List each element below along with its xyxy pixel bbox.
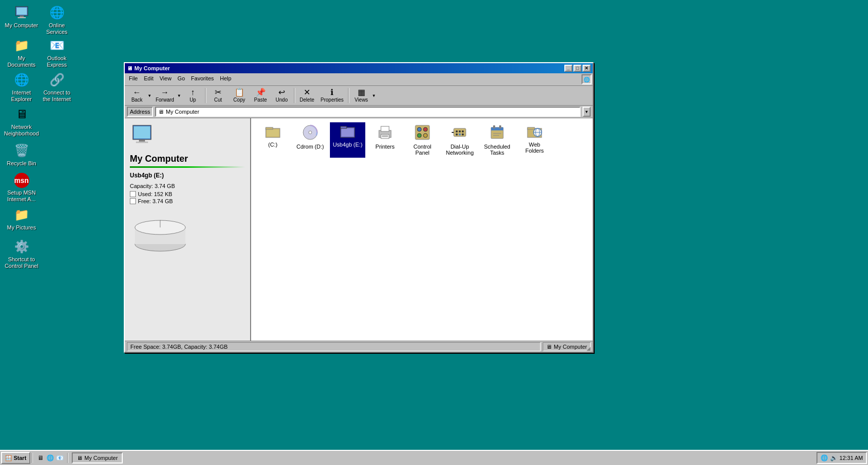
close-button[interactable]: ✕ [583, 65, 591, 72]
desktop-icon-recycle[interactable]: 🗑️ Recycle Bin [3, 141, 40, 169]
forward-icon: → [161, 88, 169, 97]
drive-cdrom[interactable]: Cdrom (D:) [293, 122, 328, 158]
desktop-icon-connect[interactable]: 🔗 Connect to the Internet [38, 70, 76, 105]
start-icon: 🪟 [5, 455, 12, 461]
back-label: Back [131, 97, 142, 103]
views-icon: ▦ [358, 88, 365, 97]
panel-divider [130, 166, 245, 168]
forward-arrow[interactable]: ▼ [177, 92, 182, 99]
address-input[interactable]: 🖥 My Computer [155, 107, 581, 117]
desktop-icon-msn[interactable]: msn Setup MSN Internet A... [3, 171, 40, 205]
drive-web-folders[interactable]: Web Folders [517, 122, 552, 158]
menu-help[interactable]: Help [217, 74, 234, 84]
panel-title: My Computer [130, 154, 245, 164]
svg-rect-14 [267, 129, 279, 136]
ie-logo-button[interactable]: 🌐 [582, 74, 592, 84]
drive-printers[interactable]: Printers [367, 122, 403, 158]
taskbar-my-computer-btn[interactable]: 🖥 My Computer [72, 452, 123, 463]
svg-rect-24 [382, 135, 388, 136]
menu-go[interactable]: Go [174, 74, 188, 84]
tray-volume-icon: 🔊 [830, 454, 838, 461]
menu-file[interactable]: File [126, 74, 141, 84]
drive-usb[interactable]: Usb4gb (E:) [330, 122, 365, 158]
recycle-label: Recycle Bin [7, 160, 36, 167]
panel-free: Free: 3.74 GB [138, 198, 173, 204]
maximize-button[interactable]: □ [573, 65, 582, 72]
tray-time: 12:31 AM [840, 455, 863, 461]
back-icon: ← [133, 88, 141, 97]
panel-free-row: Free: 3.74 GB [130, 198, 245, 204]
used-checkbox[interactable] [130, 191, 136, 197]
window-content: My Computer Usb4gb (E:) Capacity: 3.74 G… [125, 118, 593, 341]
desktop-icon-ie[interactable]: 🌐 Internet Explorer [3, 70, 40, 105]
svg-point-37 [462, 133, 464, 135]
delete-icon: ✕ [304, 88, 310, 97]
network-label: Network Neighborhood [4, 124, 39, 137]
delete-button[interactable]: ✕ Delete [297, 87, 317, 104]
views-arrow[interactable]: ▼ [371, 92, 376, 99]
views-button[interactable]: ▦ Views [351, 87, 371, 104]
desktop-icon-my-documents[interactable]: 📁 My Documents [3, 35, 40, 70]
left-panel: My Computer Usb4gb (E:) Capacity: 3.74 G… [125, 118, 251, 341]
svg-point-32 [456, 130, 458, 132]
svg-rect-5 [134, 126, 150, 138]
forward-button[interactable]: → Forward [153, 87, 177, 104]
svg-point-30 [423, 133, 427, 137]
up-icon: ↑ [191, 88, 195, 97]
free-checkbox[interactable] [130, 198, 136, 204]
desktop-icon-online-services[interactable]: 🌐 Online Services [38, 3, 76, 37]
address-dropdown-button[interactable]: ▼ [583, 107, 591, 117]
svg-point-34 [462, 130, 464, 132]
back-arrow[interactable]: ▼ [147, 92, 152, 99]
desktop-icon-my-computer[interactable]: My Computer [3, 3, 40, 31]
web-folders-icon [526, 124, 543, 141]
toolbar-separator-3 [348, 88, 349, 103]
back-button[interactable]: ← Back [127, 87, 147, 104]
menu-edit[interactable]: Edit [141, 74, 157, 84]
up-button[interactable]: ↑ Up [183, 87, 203, 104]
recycle-icon: 🗑️ [14, 143, 30, 159]
my-documents-label: My Documents [5, 55, 38, 68]
taskbar-ie-icon[interactable]: 🌐 [46, 454, 54, 462]
svg-rect-26 [415, 125, 429, 140]
drive-c-icon [265, 124, 281, 141]
properties-button[interactable]: ℹ Properties [318, 87, 347, 104]
msn-label: Setup MSN Internet A... [5, 190, 38, 203]
properties-label: Properties [321, 97, 344, 103]
start-button[interactable]: 🪟 Start [1, 452, 30, 464]
window-titlebar[interactable]: 🖥 My Computer _ □ ✕ [125, 63, 593, 73]
status-left: Free Space: 3.74GB, Capacity: 3.74GB [127, 342, 541, 351]
drive-c[interactable]: (C:) [255, 122, 291, 158]
menu-favorites[interactable]: Favorites [188, 74, 217, 84]
window-title-text: My Computer [134, 65, 170, 71]
minimize-button[interactable]: _ [564, 65, 572, 72]
taskbar-outlook-icon[interactable]: 📧 [56, 454, 64, 462]
desktop-icon-outlook[interactable]: 📧 Outlook Express [38, 35, 76, 70]
paste-icon: 📌 [256, 88, 266, 97]
menu-view[interactable]: View [157, 74, 175, 84]
drive-scheduled[interactable]: Scheduled Tasks [479, 122, 515, 158]
panel-capacity: Capacity: 3.74 GB [130, 183, 245, 189]
svg-point-17 [309, 131, 312, 134]
my-computer-icon [14, 5, 30, 21]
desktop-icon-control-panel-shortcut[interactable]: ⚙️ Shortcut to Control Panel [3, 237, 40, 271]
cut-button[interactable]: ✂ Cut [208, 87, 228, 104]
drive-control-panel[interactable]: Control Panel [405, 122, 440, 158]
desktop-icon-pictures[interactable]: 📁 My Pictures [3, 205, 40, 233]
copy-button[interactable]: 📋 Copy [229, 87, 250, 104]
menubar: File Edit View Go Favorites Help 🌐 [125, 73, 593, 86]
control-panel-shortcut-icon: ⚙️ [14, 239, 30, 255]
status-right-icon: 🖥 [546, 344, 552, 350]
copy-label: Copy [233, 97, 245, 103]
undo-button[interactable]: ↩ Undo [272, 87, 292, 104]
cut-label: Cut [214, 97, 222, 103]
paste-button[interactable]: 📌 Paste [251, 87, 271, 104]
panel-computer-icon [130, 123, 245, 148]
svg-rect-40 [491, 127, 503, 130]
taskbar-desktop-icon[interactable]: 🖥 [36, 454, 44, 462]
desktop-icon-network[interactable]: 🖥 Network Neighborhood [3, 104, 40, 139]
pictures-label: My Pictures [7, 224, 36, 231]
drive-dialup[interactable]: Dial-Up Networking [442, 122, 477, 158]
paste-label: Paste [254, 97, 267, 103]
resize-handle[interactable]: ◢ [587, 346, 593, 352]
